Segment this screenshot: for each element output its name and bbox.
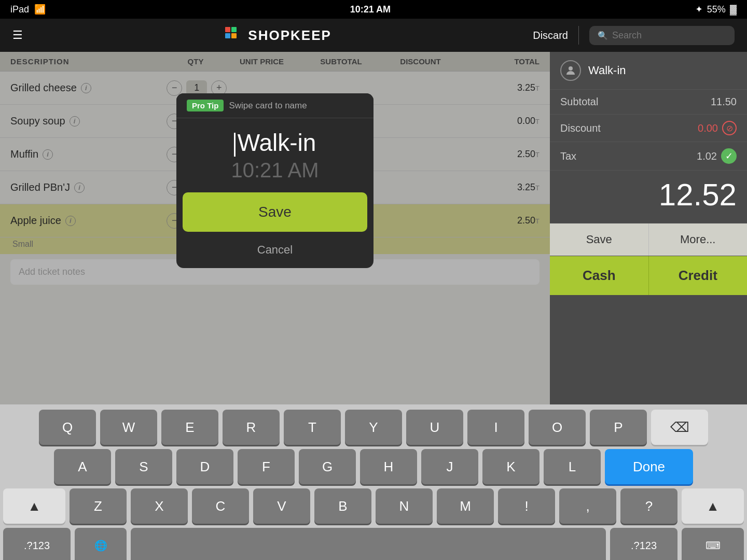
main-content: DESCRIPTION QTY UNIT PRICE SUBTOTAL DISC… — [0, 52, 747, 404]
key-shift-left[interactable]: ▲ — [3, 488, 65, 524]
modal-customer-name: Walk-in — [187, 129, 363, 157]
key-A[interactable]: A — [54, 449, 111, 484]
key-numbers-right[interactable]: .?123 — [610, 528, 677, 560]
discount-edit-icon[interactable]: ⊘ — [722, 121, 737, 135]
key-question[interactable]: ? — [620, 488, 677, 524]
keyboard-row-1: Q W E R T Y U I O P ⌫ — [3, 410, 744, 445]
modal-overlay: Pro Tip Swipe card to name Walk-in 10:21… — [0, 52, 550, 404]
svg-rect-2 — [225, 33, 230, 38]
key-shift-right[interactable]: ▲ — [682, 488, 744, 524]
discount-row: Discount 0.00 ⊘ — [550, 115, 747, 142]
key-globe[interactable]: 🌐 — [75, 528, 127, 560]
discount-value: 0.00 — [698, 122, 718, 134]
cash-button[interactable]: Cash — [550, 256, 649, 295]
key-B[interactable]: B — [314, 488, 371, 524]
key-T[interactable]: T — [284, 410, 341, 445]
key-numbers-left[interactable]: .?123 — [3, 528, 71, 560]
customer-name: Walk-in — [588, 64, 626, 77]
header-right: Discard 🔍 — [533, 26, 735, 45]
key-L[interactable]: L — [544, 449, 601, 484]
key-W[interactable]: W — [100, 410, 157, 445]
action-buttons: Save More... — [550, 223, 747, 256]
modal-body: Walk-in 10:21 AM — [176, 118, 374, 192]
key-done[interactable]: Done — [605, 449, 693, 484]
tax-row: Tax 1.02 ✓ — [550, 142, 747, 171]
keyboard-row-4: .?123 🌐 .?123 ⌨ — [3, 528, 744, 560]
customer-name-modal: Pro Tip Swipe card to name Walk-in 10:21… — [176, 93, 374, 268]
menu-button[interactable]: ☰ — [12, 29, 23, 42]
svg-rect-1 — [231, 27, 237, 32]
key-M[interactable]: M — [437, 488, 494, 524]
status-left: iPad 📶 — [10, 4, 46, 15]
svg-rect-0 — [225, 27, 230, 32]
wifi-icon: 📶 — [34, 4, 46, 15]
customer-row: Walk-in — [550, 52, 747, 90]
tax-value: 1.02 — [697, 150, 717, 162]
key-P[interactable]: P — [590, 410, 647, 445]
key-Y[interactable]: Y — [345, 410, 402, 445]
status-right: ✦ 55% ▓ — [695, 4, 737, 15]
logo-text: SHOPKEEP — [248, 27, 331, 44]
logo-icon — [224, 26, 243, 45]
status-time: 10:21 AM — [350, 4, 391, 15]
key-S[interactable]: S — [115, 449, 172, 484]
battery-icon: ▓ — [730, 4, 737, 15]
modal-save-button[interactable]: Save — [183, 192, 367, 232]
discount-label: Discount — [560, 122, 601, 134]
key-O[interactable]: O — [529, 410, 586, 445]
customer-avatar — [560, 60, 581, 81]
key-U[interactable]: U — [406, 410, 463, 445]
keyboard-row-2: A S D F G H J K L Done — [3, 449, 744, 484]
svg-rect-3 — [231, 33, 237, 38]
payment-buttons: Cash Credit — [550, 256, 747, 295]
tip-text: Swipe card to name — [229, 101, 307, 111]
tax-check-icon[interactable]: ✓ — [721, 148, 737, 164]
key-H[interactable]: H — [360, 449, 417, 484]
discard-button[interactable]: Discard — [533, 30, 568, 41]
tax-label: Tax — [560, 150, 576, 162]
status-bar: iPad 📶 10:21 AM ✦ 55% ▓ — [0, 0, 747, 19]
key-F[interactable]: F — [238, 449, 295, 484]
key-X[interactable]: X — [131, 488, 188, 524]
search-icon: 🔍 — [598, 31, 608, 40]
key-I[interactable]: I — [467, 410, 524, 445]
pro-tip-label: Pro Tip — [187, 100, 224, 111]
modal-time: 10:21 AM — [187, 159, 363, 182]
modal-tip-bar: Pro Tip Swipe card to name — [176, 93, 374, 118]
search-input[interactable] — [612, 30, 726, 41]
header-divider — [578, 26, 579, 45]
key-Q[interactable]: Q — [39, 410, 96, 445]
credit-button[interactable]: Credit — [649, 256, 748, 295]
subtotal-row: Subtotal 11.50 — [550, 90, 747, 115]
key-K[interactable]: K — [482, 449, 540, 484]
svg-point-4 — [569, 66, 573, 71]
right-panel: Walk-in Subtotal 11.50 Discount 0.00 ⊘ T… — [550, 52, 747, 404]
key-backspace[interactable]: ⌫ — [651, 410, 708, 445]
subtotal-label: Subtotal — [560, 96, 598, 108]
key-comma[interactable]: , — [559, 488, 616, 524]
more-button[interactable]: More... — [649, 223, 748, 256]
key-C[interactable]: C — [192, 488, 249, 524]
discount-icons: 0.00 ⊘ — [698, 121, 737, 135]
search-box[interactable]: 🔍 — [589, 26, 735, 45]
key-J[interactable]: J — [421, 449, 478, 484]
bluetooth-icon: ✦ — [695, 4, 703, 15]
key-R[interactable]: R — [223, 410, 280, 445]
save-button[interactable]: Save — [550, 223, 649, 256]
tax-icons: 1.02 ✓ — [697, 148, 737, 164]
key-D[interactable]: D — [176, 449, 233, 484]
key-hide-keyboard[interactable]: ⌨ — [682, 528, 744, 560]
avatar-icon — [564, 64, 577, 77]
modal-cancel-button[interactable]: Cancel — [176, 232, 374, 268]
keyboard: Q W E R T Y U I O P ⌫ A S D F G H J K L … — [0, 404, 747, 560]
text-cursor — [234, 133, 236, 157]
key-Z[interactable]: Z — [70, 488, 127, 524]
key-V[interactable]: V — [253, 488, 310, 524]
key-N[interactable]: N — [376, 488, 433, 524]
key-space[interactable] — [131, 528, 606, 560]
key-exclaim[interactable]: ! — [498, 488, 555, 524]
key-G[interactable]: G — [299, 449, 356, 484]
key-E[interactable]: E — [161, 410, 218, 445]
app-logo: SHOPKEEP — [224, 26, 331, 45]
status-ipad: iPad — [10, 4, 29, 15]
